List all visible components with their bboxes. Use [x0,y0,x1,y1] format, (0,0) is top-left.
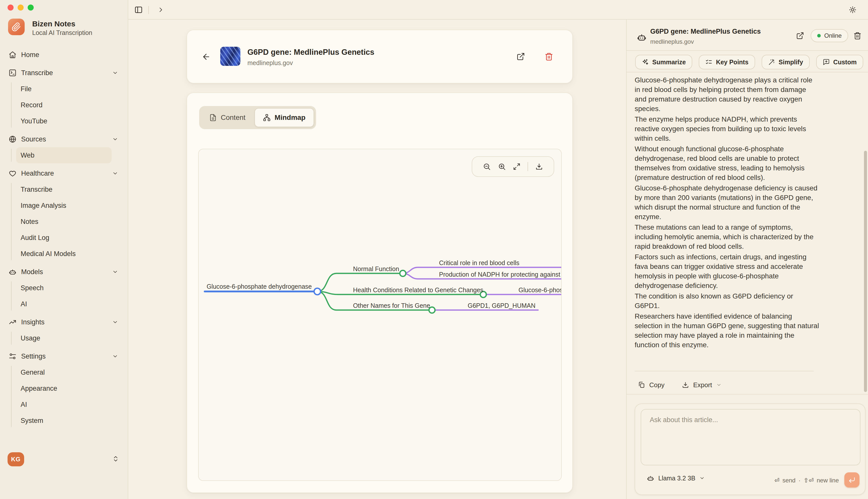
bot-icon [647,474,654,482]
sidebar-item-home[interactable]: Home [0,47,128,63]
sun-icon[interactable] [848,5,857,14]
mindmap-branch-node[interactable]: Health Conditions Related to Genetic Cha… [353,287,483,294]
topbar-divider [148,6,149,14]
chevron-down-icon [112,170,118,177]
sidebar-item-web[interactable]: Web [16,147,112,163]
sidebar-item-sources[interactable]: Sources [0,131,128,147]
summarize-button[interactable]: Summarize [635,55,692,69]
assistant-summary-text[interactable]: of cells. Glucose-6-phosphate dehydrogen… [635,72,820,371]
chevrons-up-down-icon[interactable] [112,455,119,462]
app-logo [8,19,25,35]
summary-paragraph: Without enough functional glucose-6-phos… [635,144,820,182]
traffic-close-button[interactable] [8,4,14,11]
copy-button[interactable]: Copy [638,381,665,389]
chevron-right-icon[interactable] [157,7,164,13]
sidebar-item-models[interactable]: Models [0,264,128,280]
network-icon [263,114,271,121]
mindmap-child-node[interactable]: Production of NADPH for protecting again… [439,271,562,278]
mindmap-branch-node[interactable]: Other Names for This Gene [353,302,430,309]
zoom-in-icon[interactable] [498,162,506,171]
sidebar: Bizen Notes Local AI Transcription Home … [0,0,128,499]
topbar [128,0,868,20]
sidebar-item-appearance[interactable]: Appearance [16,380,112,397]
home-icon [9,51,16,59]
summary-paragraph: The enzyme helps produce NADPH, which pr… [635,114,820,143]
sidebar-item-models-ai[interactable]: AI [16,296,112,312]
chevron-down-icon [112,70,118,76]
trash-icon[interactable] [853,32,861,40]
sidebar-item-settings-ai[interactable]: AI [16,397,112,413]
globe-icon [9,135,16,143]
avatar[interactable]: KG [8,452,24,466]
panel-left-icon[interactable] [134,5,143,14]
sidebar-item-file[interactable]: File [16,81,112,97]
status-badge: Online [811,29,848,42]
download-icon[interactable] [535,162,543,171]
sidebar-item-youtube[interactable]: YouTube [16,113,112,129]
sidebar-item-record[interactable]: Record [16,97,112,113]
sidebar-item-notes[interactable]: Notes [16,214,112,230]
model-selector[interactable]: Llama 3.2 3B [647,474,705,482]
traffic-minimize-button[interactable] [17,4,24,11]
sidebar-item-speech[interactable]: Speech [16,280,112,296]
sidebar-item-healthcare-transcribe[interactable]: Transcribe [16,181,112,197]
sidebar-item-general[interactable]: General [16,364,112,380]
sidebar-item-transcribe[interactable]: Transcribe [0,65,128,81]
user-row[interactable]: KG [0,452,128,467]
summary-paragraph: Researchers have identified evidence of … [635,312,820,350]
article-thumbnail [220,47,240,66]
paperclip-icon [12,22,21,32]
sidebar-item-settings[interactable]: Settings [0,348,128,364]
app-subtitle: Local AI Transcription [32,29,92,36]
view-tabs: Content Mindmap [199,106,316,129]
summary-paragraph: Glucose-6-phosphate dehydrogenase plays … [635,75,820,113]
sidebar-item-healthcare[interactable]: Healthcare [0,165,128,181]
back-button[interactable] [202,52,211,61]
panel-divider [627,394,868,394]
sidebar-nav: Home Transcribe File Record YouTube Sour… [0,47,128,429]
panel-scrollbar[interactable] [864,151,867,392]
chevron-down-icon [699,475,705,481]
terminal-icon [9,69,16,77]
assistant-actions: Summarize Key Points Simplify Custom [635,55,863,69]
mindmap-graph [199,149,562,481]
sidebar-item-medical-ai-models[interactable]: Medical AI Models [16,246,112,262]
fullscreen-icon[interactable] [513,163,521,170]
send-button[interactable] [844,472,859,487]
sidebar-item-image-analysis[interactable]: Image Analysis [16,197,112,214]
custom-button[interactable]: Custom [816,55,863,69]
external-link-icon[interactable] [796,32,804,40]
chat-card: Ask about this article... Llama 3.2 3B ⏎… [635,403,866,495]
zoom-out-icon[interactable] [483,162,491,171]
external-link-icon[interactable] [516,52,525,61]
message-plus-icon [823,59,830,65]
summary-paragraph: Glucose-6-phosphate dehydrogenase defici… [635,183,820,222]
sidebar-item-insights[interactable]: Insights [0,314,128,330]
return-icon [848,476,856,484]
assistant-article-title: G6PD gene: MedlinePlus Genetics [650,28,761,35]
chevron-down-icon [112,319,118,325]
tab-mindmap[interactable]: Mindmap [254,108,314,127]
mindmap-child-node[interactable]: Glucose-6-phos [519,287,562,294]
sidebar-item-audit-log[interactable]: Audit Log [16,230,112,246]
sparkles-icon [642,59,649,65]
trash-icon[interactable] [545,52,553,61]
app-window: Bizen Notes Local AI Transcription Home … [0,0,868,499]
mindmap-branch-node[interactable]: Normal Function [353,265,399,272]
traffic-zoom-button[interactable] [28,4,34,11]
mindmap-root-node[interactable]: Glucose-6-phosphate dehydrogenase [203,283,312,290]
assistant-panel: G6PD gene: MedlinePlus Genetics medlinep… [626,20,868,499]
simplify-button[interactable]: Simplify [762,55,810,69]
key-points-button[interactable]: Key Points [699,55,755,69]
assistant-article-source: medlineplus.gov [650,38,694,45]
mindmap-canvas[interactable]: Glucose-6-phosphate dehydrogenase Normal… [198,149,562,481]
chevron-down-icon [716,382,722,388]
tab-content[interactable]: Content [201,108,253,127]
sidebar-item-system[interactable]: System [16,413,112,429]
export-button[interactable]: Export [682,381,722,389]
mindmap-child-node[interactable]: G6PD1, G6PD_HUMAN [468,302,536,309]
mindmap-child-node[interactable]: Critical role in red blood cells [439,259,520,267]
chat-input[interactable]: Ask about this article... [641,409,860,465]
sidebar-item-usage[interactable]: Usage [16,330,112,346]
app-name: Bizen Notes [32,20,75,28]
